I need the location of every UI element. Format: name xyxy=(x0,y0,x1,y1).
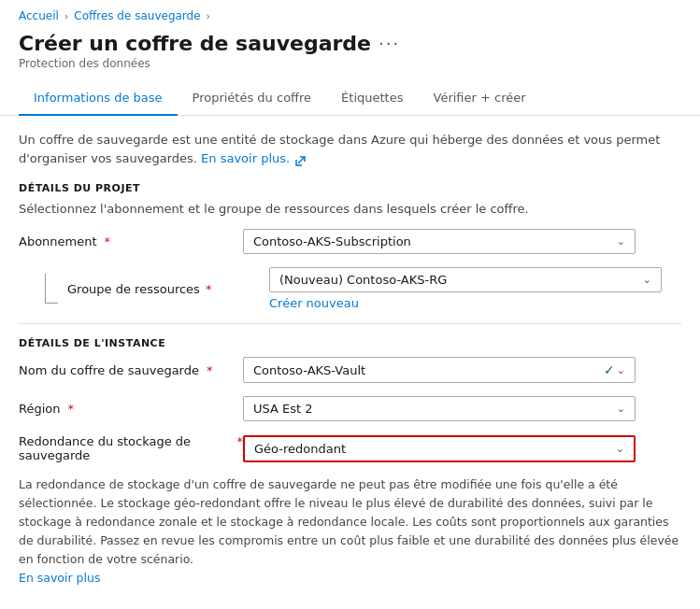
info-box: La redondance de stockage d'un coffre de… xyxy=(19,475,681,588)
groupe-ressources-dropdown[interactable]: (Nouveau) Contoso-AKS-RG ⌄ xyxy=(269,267,662,292)
svg-line-0 xyxy=(298,157,305,163)
indent-bracket-line xyxy=(45,274,58,304)
breadcrumb: Accueil › Coffres de sauvegarde › xyxy=(0,0,700,28)
tab-etiquettes[interactable]: Étiquettes xyxy=(326,81,418,116)
groupe-ressources-row: Groupe de ressources * (Nouveau) Contoso… xyxy=(19,267,681,310)
groupe-ressources-required: * xyxy=(206,282,212,296)
breadcrumb-sep-1: › xyxy=(64,10,68,22)
nom-coffre-check-icon: ✓ xyxy=(604,362,615,377)
en-savoir-plus-link-2[interactable]: En savoir plus xyxy=(19,571,100,585)
abonnement-label: Abonnement xyxy=(19,234,97,248)
region-required: * xyxy=(68,402,75,416)
redondance-dropdown[interactable]: Géo-redondant ⌄ xyxy=(243,435,636,462)
nom-coffre-required: * xyxy=(207,363,213,377)
breadcrumb-sep-2: › xyxy=(207,10,210,22)
abonnement-dropdown[interactable]: Contoso-AKS-Subscription ⌄ xyxy=(243,229,636,254)
breadcrumb-accueil[interactable]: Accueil xyxy=(19,9,59,22)
region-row: Région * USA Est 2 ⌄ xyxy=(19,396,681,421)
abonnement-chevron-icon: ⌄ xyxy=(617,235,625,248)
page-subtitle: Protection des données xyxy=(19,57,681,70)
creer-nouveau-link[interactable]: Créer nouveau xyxy=(269,296,681,310)
breadcrumb-coffres[interactable]: Coffres de sauvegarde xyxy=(74,9,200,22)
project-details-desc: Sélectionnez l'abonnement et le groupe d… xyxy=(19,202,681,216)
groupe-ressources-value: (Nouveau) Contoso-AKS-RG xyxy=(279,273,447,287)
nom-coffre-value: Contoso-AKS-Vault xyxy=(253,363,365,377)
redondance-row: Redondance du stockage de sauvegarde * G… xyxy=(19,434,681,462)
nom-coffre-label: Nom du coffre de sauvegarde xyxy=(19,363,199,377)
tab-description: Un coffre de sauvegarde est une entité d… xyxy=(19,131,681,167)
nom-coffre-row: Nom du coffre de sauvegarde * Contoso-AK… xyxy=(19,357,681,383)
abonnement-row: Abonnement * Contoso-AKS-Subscription ⌄ xyxy=(19,229,681,254)
tab-bar: Informations de base Propriétés du coffr… xyxy=(0,81,700,116)
redondance-chevron-icon: ⌄ xyxy=(616,443,624,455)
tab-informations-de-base[interactable]: Informations de base xyxy=(19,81,178,116)
nom-coffre-dropdown[interactable]: Contoso-AKS-Vault ✓ ⌄ xyxy=(243,357,636,383)
region-label: Région xyxy=(19,402,61,416)
instance-details-title: DÉTAILS DE L'INSTANCE xyxy=(19,337,681,349)
project-details-title: DÉTAILS DU PROJET xyxy=(19,182,681,194)
region-value: USA Est 2 xyxy=(253,402,313,416)
tab-verifier-creer[interactable]: Vérifier + créer xyxy=(419,81,541,116)
redondance-label: Redondance du stockage de sauvegarde xyxy=(19,434,230,462)
groupe-ressources-label: Groupe de ressources xyxy=(67,282,200,296)
region-chevron-icon: ⌄ xyxy=(617,403,625,415)
abonnement-required: * xyxy=(105,234,111,248)
tab-proprietes-du-coffre[interactable]: Propriétés du coffre xyxy=(178,81,327,116)
abonnement-value: Contoso-AKS-Subscription xyxy=(253,234,411,248)
section-divider xyxy=(19,323,681,324)
page-more-options[interactable]: ··· xyxy=(379,34,400,53)
page-title: Créer un coffre de sauvegarde xyxy=(19,32,371,55)
nom-coffre-chevron-icon: ⌄ xyxy=(617,364,625,376)
en-savoir-plus-link[interactable]: En savoir plus. xyxy=(201,151,307,165)
redondance-value: Géo-redondant xyxy=(254,442,346,456)
region-dropdown[interactable]: USA Est 2 ⌄ xyxy=(243,396,636,421)
page-header: Créer un coffre de sauvegarde ··· Protec… xyxy=(0,28,700,81)
groupe-ressources-chevron-icon: ⌄ xyxy=(643,274,651,286)
main-content: Un coffre de sauvegarde est une entité d… xyxy=(0,116,700,609)
